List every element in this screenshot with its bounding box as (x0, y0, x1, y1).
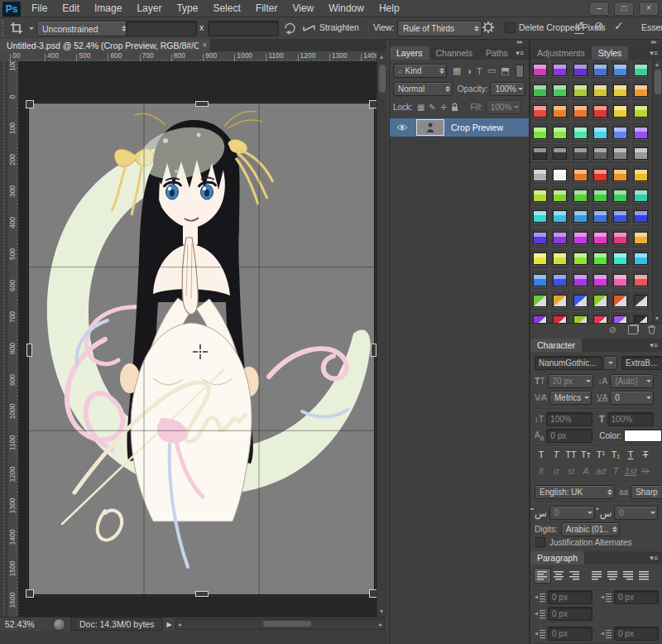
lock-transparency-icon[interactable]: ▦ (417, 103, 425, 112)
opentype-button-3[interactable]: A (578, 466, 593, 476)
style-swatch-cell[interactable] (611, 207, 631, 228)
font-family-field[interactable]: NanumGothic... (535, 356, 602, 370)
style-swatch[interactable] (553, 252, 567, 265)
style-swatch-cell[interactable] (591, 270, 611, 291)
style-swatch-cell[interactable] (530, 185, 550, 206)
style-swatch-cell[interactable] (631, 144, 651, 165)
style-swatch-cell[interactable] (611, 165, 631, 185)
document-tab[interactable]: Untitled-3.psd @ 52.4% (Crop Preview, RG… (0, 39, 211, 51)
style-swatch-cell[interactable] (611, 144, 631, 165)
style-swatch[interactable] (634, 127, 648, 139)
indent-right-field[interactable]: 0 px (614, 590, 659, 604)
style-swatch-cell[interactable] (611, 123, 631, 143)
style-swatch[interactable] (593, 105, 607, 118)
antialias-dropdown[interactable]: Sharp (631, 485, 662, 499)
style-swatch[interactable] (553, 210, 567, 223)
style-swatch-cell[interactable] (591, 123, 611, 143)
style-swatch[interactable] (553, 190, 567, 202)
style-swatch[interactable] (573, 147, 588, 160)
style-swatch[interactable] (634, 105, 648, 118)
menu-layer[interactable]: Layer (129, 0, 169, 17)
scroll-up-icon[interactable]: ▴ (380, 53, 383, 60)
style-swatch[interactable] (613, 64, 627, 76)
style-swatch[interactable] (613, 190, 627, 202)
baseline-shift-field[interactable]: 0 px (546, 429, 592, 443)
scroll-down-icon[interactable]: ▾ (655, 315, 659, 322)
indent-left-field[interactable]: 0 px (548, 590, 592, 604)
style-swatch[interactable] (573, 252, 588, 265)
tool-preset-arrow-icon[interactable] (29, 27, 34, 30)
style-swatch[interactable] (593, 64, 607, 76)
style-swatch-cell[interactable] (571, 60, 591, 80)
crop-height-input[interactable] (208, 21, 279, 36)
style-swatch-cell[interactable] (571, 165, 591, 185)
cancel-crop-button[interactable]: ⊘ (594, 19, 604, 33)
style-swatch-cell[interactable] (631, 165, 651, 185)
fill-dropdown[interactable]: 100% (486, 100, 521, 114)
justify-right-button[interactable] (621, 569, 636, 583)
style-swatch[interactable] (553, 64, 567, 76)
crop-settings-gear-icon[interactable] (482, 21, 496, 35)
horizontal-scale-field[interactable]: 100% (607, 412, 654, 426)
crop-preview-area[interactable] (29, 103, 374, 594)
collapse-panels-icon[interactable]: ▸▸ (517, 38, 522, 46)
style-swatch[interactable] (553, 105, 567, 118)
text-color-swatch[interactable] (624, 430, 662, 442)
dock-collapse-bar[interactable]: ▸▸ (530, 40, 662, 46)
style-swatch[interactable] (533, 127, 547, 139)
style-swatch[interactable] (553, 84, 567, 97)
layer-filter-dropdown[interactable]: ⌕ Kind (393, 64, 447, 78)
layer-visibility-eye-icon[interactable] (396, 123, 408, 132)
style-swatch-cell[interactable] (571, 144, 591, 165)
style-swatch-cell[interactable] (530, 80, 550, 101)
menu-select[interactable]: Select (205, 0, 247, 17)
style-swatch[interactable] (613, 232, 627, 244)
style-swatch-cell[interactable] (631, 185, 651, 206)
style-swatch[interactable] (533, 232, 547, 244)
style-swatch[interactable] (533, 64, 547, 76)
style-swatch[interactable] (593, 190, 607, 202)
lock-pixels-brush-icon[interactable]: ✎ (429, 103, 435, 112)
align-left-button[interactable] (534, 568, 551, 584)
style-swatch[interactable] (613, 147, 627, 160)
style-swatch[interactable] (573, 210, 588, 223)
style-swatch[interactable] (613, 252, 627, 265)
style-swatch[interactable] (593, 232, 607, 244)
lock-all-icon[interactable] (451, 103, 458, 112)
style-swatch[interactable] (593, 147, 607, 160)
style-swatch[interactable] (634, 64, 648, 76)
menu-type[interactable]: Type (169, 0, 205, 17)
tab-adjustments[interactable]: Adjustments (530, 46, 592, 60)
style-swatch-cell[interactable] (571, 249, 591, 270)
style-swatch[interactable] (533, 147, 547, 160)
style-swatch-cell[interactable] (550, 144, 570, 165)
space-before-field[interactable]: 0 px (548, 627, 592, 641)
justify-left-button[interactable] (589, 569, 605, 583)
style-swatch[interactable] (634, 147, 648, 160)
filter-pixel-layers-icon[interactable]: ▦ (453, 65, 461, 76)
format-button-6[interactable]: T (623, 449, 638, 459)
style-swatch-cell[interactable] (591, 165, 611, 185)
panel-menu-icon[interactable]: ▾≡ (650, 49, 658, 57)
scroll-down-icon[interactable]: ▾ (380, 608, 383, 615)
style-swatch[interactable] (593, 210, 607, 223)
space-after-field[interactable]: 0 px (614, 627, 659, 641)
style-swatch[interactable] (613, 84, 627, 97)
scroll-right-icon[interactable]: ▸ (379, 621, 382, 628)
panel-menu-icon[interactable]: ▾≡ (650, 341, 658, 349)
horizontal-scroll-thumb[interactable] (263, 621, 311, 627)
style-swatch-cell[interactable] (611, 80, 631, 101)
style-swatch[interactable] (573, 84, 588, 97)
crop-handle-left[interactable] (26, 344, 32, 357)
menu-view[interactable]: View (285, 0, 321, 17)
crop-view-dropdown[interactable]: Rule of Thirds (397, 21, 482, 36)
style-swatch[interactable] (613, 274, 627, 286)
opentype-button-5[interactable]: T (608, 466, 623, 476)
filter-shape-layers-icon[interactable]: ▭ (487, 65, 496, 76)
status-options-arrow-icon[interactable]: ▶ (166, 621, 171, 628)
tracking-dropdown[interactable]: 0 (610, 391, 654, 405)
style-swatch[interactable] (634, 232, 648, 244)
options-grip[interactable] (2, 20, 7, 36)
style-swatch[interactable] (533, 210, 547, 223)
style-swatch[interactable] (533, 169, 547, 181)
